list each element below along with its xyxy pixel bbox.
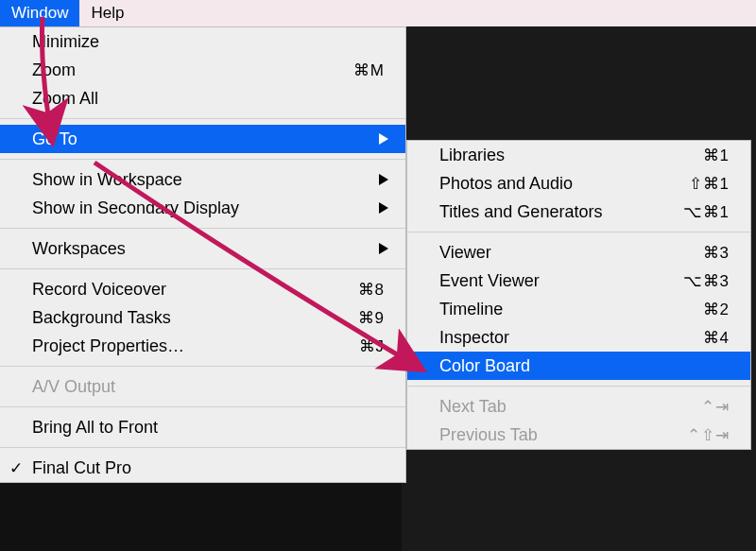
separator xyxy=(407,232,750,232)
separator xyxy=(0,447,405,448)
menu-record-voiceover-label: Record Voiceover xyxy=(32,280,318,300)
separator xyxy=(0,159,405,160)
menu-show-workspace-label: Show in Workspace xyxy=(32,170,385,190)
submenu-previous-tab-label: Previous Tab xyxy=(439,425,663,445)
submenu-titles-generators-shortcut: ⌥⌘1 xyxy=(663,202,730,222)
separator xyxy=(0,228,405,229)
submenu-photos-audio[interactable]: Photos and Audio ⇧⌘1 xyxy=(407,169,750,198)
submenu-inspector-shortcut: ⌘4 xyxy=(663,328,730,348)
menu-final-cut-pro[interactable]: ✓ Final Cut Pro xyxy=(0,454,405,482)
menu-zoom-shortcut: ⌘M xyxy=(318,60,385,80)
go-to-submenu: Libraries ⌘1 Photos and Audio ⇧⌘1 Titles… xyxy=(406,140,751,450)
submenu-viewer-label: Viewer xyxy=(439,243,663,263)
menu-record-voiceover[interactable]: Record Voiceover ⌘8 xyxy=(0,275,405,303)
submenu-arrow-icon xyxy=(379,243,388,254)
menu-av-output: A/V Output xyxy=(0,372,405,401)
menu-workspaces[interactable]: Workspaces xyxy=(0,234,405,263)
menubar-window[interactable]: Window xyxy=(0,0,79,26)
menu-bring-all-front-label: Bring All to Front xyxy=(32,418,385,438)
submenu-next-tab: Next Tab ⌃⇥ xyxy=(407,392,750,421)
submenu-titles-generators[interactable]: Titles and Generators ⌥⌘1 xyxy=(407,198,750,226)
separator xyxy=(0,268,405,269)
separator xyxy=(0,366,405,367)
menu-minimize[interactable]: Minimize xyxy=(0,27,405,56)
menu-record-voiceover-shortcut: ⌘8 xyxy=(318,280,385,300)
menu-final-cut-pro-label: Final Cut Pro xyxy=(32,458,385,478)
menu-zoom-all-label: Zoom All xyxy=(32,89,385,109)
menu-project-properties[interactable]: Project Properties… ⌘J xyxy=(0,332,405,360)
menubar-help-label: Help xyxy=(91,4,124,23)
menu-show-secondary-label: Show in Secondary Display xyxy=(32,198,385,218)
submenu-event-viewer[interactable]: Event Viewer ⌥⌘3 xyxy=(407,267,750,295)
submenu-event-viewer-label: Event Viewer xyxy=(439,271,663,291)
submenu-arrow-icon xyxy=(379,133,388,145)
menu-zoom[interactable]: Zoom ⌘M xyxy=(0,56,405,84)
menubar-help[interactable]: Help xyxy=(79,0,135,26)
menubar: Window Help xyxy=(0,0,756,26)
menu-av-output-label: A/V Output xyxy=(32,377,385,397)
submenu-viewer-shortcut: ⌘3 xyxy=(663,243,730,263)
menu-project-properties-shortcut: ⌘J xyxy=(318,336,385,356)
submenu-next-tab-shortcut: ⌃⇥ xyxy=(663,397,730,417)
submenu-libraries-shortcut: ⌘1 xyxy=(663,146,730,165)
submenu-event-viewer-shortcut: ⌥⌘3 xyxy=(663,271,730,291)
submenu-arrow-icon xyxy=(379,202,388,214)
submenu-libraries-label: Libraries xyxy=(439,146,663,165)
menu-background-tasks-shortcut: ⌘9 xyxy=(318,308,385,328)
menu-show-workspace[interactable]: Show in Workspace xyxy=(0,165,405,194)
menu-show-secondary[interactable]: Show in Secondary Display xyxy=(0,194,405,222)
submenu-timeline-shortcut: ⌘2 xyxy=(663,300,730,319)
separator xyxy=(0,118,405,119)
menu-go-to-label: Go To xyxy=(32,129,385,149)
menu-zoom-all[interactable]: Zoom All xyxy=(0,84,405,112)
checkmark-icon: ✓ xyxy=(9,458,23,478)
submenu-next-tab-label: Next Tab xyxy=(439,397,663,417)
submenu-inspector[interactable]: Inspector ⌘4 xyxy=(407,323,750,352)
menu-background-tasks[interactable]: Background Tasks ⌘9 xyxy=(0,303,405,332)
submenu-viewer[interactable]: Viewer ⌘3 xyxy=(407,238,750,267)
menu-bring-all-front[interactable]: Bring All to Front xyxy=(0,413,405,441)
submenu-color-board[interactable]: Color Board xyxy=(407,352,750,380)
menu-minimize-label: Minimize xyxy=(32,32,385,52)
submenu-inspector-label: Inspector xyxy=(439,328,663,348)
menu-project-properties-label: Project Properties… xyxy=(32,336,318,356)
separator xyxy=(0,406,405,407)
submenu-photos-audio-label: Photos and Audio xyxy=(439,174,663,194)
submenu-timeline[interactable]: Timeline ⌘2 xyxy=(407,295,750,323)
menu-background-tasks-label: Background Tasks xyxy=(32,308,318,328)
window-dropdown: Minimize Zoom ⌘M Zoom All Go To Show in … xyxy=(0,26,406,483)
submenu-libraries[interactable]: Libraries ⌘1 xyxy=(407,141,750,169)
menubar-window-label: Window xyxy=(11,4,68,23)
menu-workspaces-label: Workspaces xyxy=(32,239,385,259)
submenu-photos-audio-shortcut: ⇧⌘1 xyxy=(663,174,730,194)
menu-zoom-label: Zoom xyxy=(32,60,318,80)
submenu-previous-tab: Previous Tab ⌃⇧⇥ xyxy=(407,421,750,449)
submenu-titles-generators-label: Titles and Generators xyxy=(439,202,663,222)
submenu-color-board-label: Color Board xyxy=(439,356,730,376)
menu-go-to[interactable]: Go To xyxy=(0,125,405,153)
submenu-previous-tab-shortcut: ⌃⇧⇥ xyxy=(663,425,730,445)
separator xyxy=(407,386,750,387)
submenu-arrow-icon xyxy=(379,174,388,185)
submenu-timeline-label: Timeline xyxy=(439,300,663,319)
